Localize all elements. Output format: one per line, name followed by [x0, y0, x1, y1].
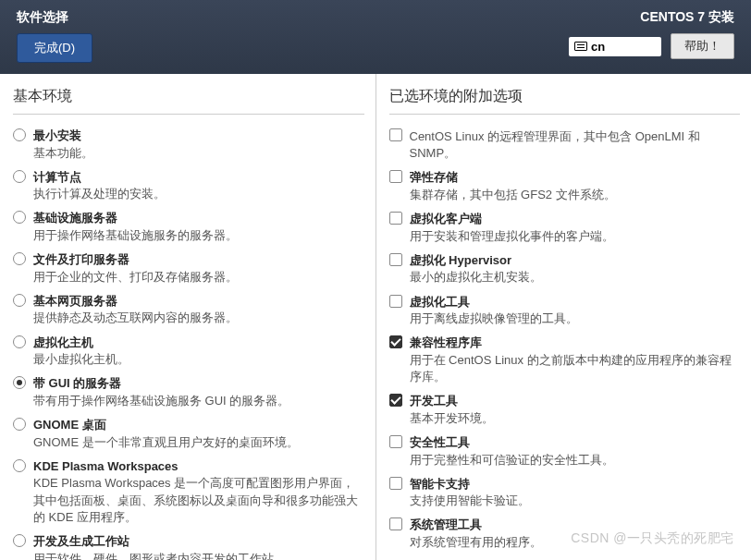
item-desc: 用于软件、硬件、图形或者内容开发的工作站。	[33, 551, 359, 560]
item-title: 系统管理工具	[410, 517, 735, 533]
addon-item[interactable]: 安全性工具用于完整性和可信验证的安全性工具。	[389, 431, 735, 472]
radio-icon[interactable]	[13, 534, 26, 547]
item-desc: 最小虚拟化主机。	[33, 351, 359, 368]
addon-item[interactable]: 智能卡支持支持使用智能卡验证。	[389, 472, 735, 514]
item-desc: 对系统管理有用的程序。	[410, 534, 735, 551]
header-left: 软件选择 完成(D)	[17, 9, 92, 74]
checkbox-icon[interactable]	[389, 295, 402, 308]
item-title: 兼容性程序库	[410, 335, 735, 351]
addon-item[interactable]: 弹性存储集群存储，其中包括 GFS2 文件系统。	[389, 165, 735, 207]
addon-item[interactable]: 兼容性程序库用于在 CentOS Linux 的之前版本中构建的应用程序的兼容程…	[389, 331, 735, 389]
environment-item[interactable]: 虚拟化主机最小虚拟化主机。	[13, 331, 359, 372]
done-button[interactable]: 完成(D)	[17, 33, 92, 63]
checkbox-icon[interactable]	[389, 128, 402, 141]
environment-item[interactable]: 最小安装基本功能。	[13, 124, 359, 165]
item-desc: 用于离线虚拟映像管理的工具。	[410, 310, 735, 327]
radio-icon[interactable]	[13, 335, 26, 348]
addon-item[interactable]: 虚拟化工具用于离线虚拟映像管理的工具。	[389, 290, 735, 332]
environment-item[interactable]: 带 GUI 的服务器带有用于操作网络基础设施服务 GUI 的服务器。	[13, 371, 359, 413]
checkbox-icon[interactable]	[389, 477, 402, 490]
item-title: 基础设施服务器	[33, 210, 359, 226]
item-title: 文件及打印服务器	[33, 251, 359, 268]
item-title: 带 GUI 的服务器	[33, 375, 359, 392]
checkbox-icon[interactable]	[389, 435, 402, 448]
item-title: 智能卡支持	[410, 476, 735, 493]
language-code: cn	[591, 40, 605, 54]
radio-icon[interactable]	[13, 459, 26, 472]
item-desc: 基本开发环境。	[410, 410, 735, 427]
radio-icon[interactable]	[13, 418, 26, 431]
addon-item[interactable]: 系统管理工具对系统管理有用的程序。	[389, 513, 735, 554]
item-title: 弹性存储	[410, 169, 735, 186]
install-title: CENTOS 7 安装	[640, 9, 734, 26]
item-title: 计算节点	[33, 169, 359, 186]
item-desc: 用于在 CentOS Linux 的之前版本中构建的应用程序的兼容程序库。	[410, 352, 735, 385]
keyboard-layout-indicator[interactable]: cn	[569, 37, 661, 56]
addon-item[interactable]: 开发工具基本开发环境。	[389, 389, 735, 431]
page-title: 软件选择	[17, 9, 92, 26]
item-desc: GNOME 是一个非常直观且用户友好的桌面环境。	[33, 434, 359, 451]
checkbox-icon[interactable]	[389, 170, 402, 183]
radio-icon[interactable]	[13, 252, 26, 265]
content: 基本环境 最小安装基本功能。计算节点执行计算及处理的安装。基础设施服务器用于操作…	[0, 74, 751, 560]
addons-title: 已选环境的附加选项	[389, 87, 741, 115]
item-desc: 用于企业的文件、打印及存储服务器。	[33, 269, 359, 286]
help-button[interactable]: 帮助！	[671, 33, 734, 59]
item-title: 开发及生成工作站	[33, 533, 359, 550]
addons-column: 已选环境的附加选项 CentOS Linux 的远程管理界面，其中包含 Open…	[376, 74, 752, 560]
environment-item[interactable]: GNOME 桌面GNOME 是一个非常直观且用户友好的桌面环境。	[13, 413, 359, 455]
checkbox-icon[interactable]	[389, 517, 402, 530]
header-right: CENTOS 7 安装 cn 帮助！	[569, 9, 734, 74]
environment-item[interactable]: 基础设施服务器用于操作网络基础设施服务的服务器。	[13, 206, 359, 248]
item-title: 虚拟化 Hypervisor	[410, 252, 735, 269]
keyboard-icon	[574, 42, 587, 51]
checkbox-icon[interactable]	[389, 212, 402, 225]
addon-item[interactable]: CentOS Linux 的远程管理界面，其中包含 OpenLMI 和 SNMP…	[389, 124, 735, 165]
environment-item[interactable]: 文件及打印服务器用于企业的文件、打印及存储服务器。	[13, 248, 359, 289]
item-desc: KDE Plasma Workspaces 是一个高度可配置图形用户界面，其中包…	[33, 475, 359, 526]
item-desc: 最小的虚拟化主机安装。	[410, 269, 735, 286]
environment-item[interactable]: 基本网页服务器提供静态及动态互联网内容的服务器。	[13, 289, 359, 331]
item-desc: 提供静态及动态互联网内容的服务器。	[33, 310, 359, 326]
header-controls: cn 帮助！	[569, 33, 734, 59]
item-title: GNOME 桌面	[33, 417, 359, 433]
radio-icon[interactable]	[13, 128, 26, 141]
environment-item[interactable]: 计算节点执行计算及处理的安装。	[13, 165, 359, 207]
radio-icon[interactable]	[13, 211, 26, 224]
checkbox-icon[interactable]	[389, 253, 402, 266]
item-desc: 执行计算及处理的安装。	[33, 186, 359, 202]
item-title: 虚拟化工具	[410, 294, 735, 310]
item-desc: 支持使用智能卡验证。	[410, 493, 735, 509]
item-title: 安全性工具	[410, 434, 735, 451]
item-desc: 带有用于操作网络基础设施服务 GUI 的服务器。	[33, 393, 359, 409]
environment-item[interactable]: KDE Plasma WorkspacesKDE Plasma Workspac…	[13, 455, 359, 530]
environment-item[interactable]: 开发及生成工作站用于软件、硬件、图形或者内容开发的工作站。	[13, 530, 359, 560]
item-desc: 用于完整性和可信验证的安全性工具。	[410, 452, 735, 469]
radio-icon[interactable]	[13, 376, 26, 389]
item-title: 虚拟化主机	[33, 335, 359, 351]
addon-item[interactable]: 虚拟化客户端用于安装和管理虚拟化事件的客户端。	[389, 207, 735, 249]
radio-icon[interactable]	[13, 170, 26, 183]
addons-list[interactable]: CentOS Linux 的远程管理界面，其中包含 OpenLMI 和 SNMP…	[389, 124, 741, 560]
item-title: 基本网页服务器	[33, 293, 359, 310]
item-title: 虚拟化客户端	[410, 211, 735, 227]
item-desc: 用于操作网络基础设施服务的服务器。	[33, 227, 359, 244]
base-environment-column: 基本环境 最小安装基本功能。计算节点执行计算及处理的安装。基础设施服务器用于操作…	[0, 74, 376, 560]
item-desc: CentOS Linux 的远程管理界面，其中包含 OpenLMI 和 SNMP…	[410, 128, 735, 162]
item-desc: 基本功能。	[33, 145, 359, 162]
base-environment-title: 基本环境	[13, 87, 364, 115]
checkbox-icon[interactable]	[389, 394, 402, 407]
addon-item[interactable]: 虚拟化 Hypervisor最小的虚拟化主机安装。	[389, 249, 735, 290]
item-title: KDE Plasma Workspaces	[33, 458, 359, 475]
radio-icon[interactable]	[13, 294, 26, 307]
item-desc: 集群存储，其中包括 GFS2 文件系统。	[410, 187, 735, 203]
checkbox-icon[interactable]	[389, 335, 402, 348]
item-desc: 用于安装和管理虚拟化事件的客户端。	[410, 228, 735, 245]
item-title: 最小安装	[33, 128, 359, 144]
header: 软件选择 完成(D) CENTOS 7 安装 cn 帮助！	[0, 0, 751, 74]
base-environment-list[interactable]: 最小安装基本功能。计算节点执行计算及处理的安装。基础设施服务器用于操作网络基础设…	[13, 124, 364, 560]
item-title: 开发工具	[410, 393, 735, 409]
